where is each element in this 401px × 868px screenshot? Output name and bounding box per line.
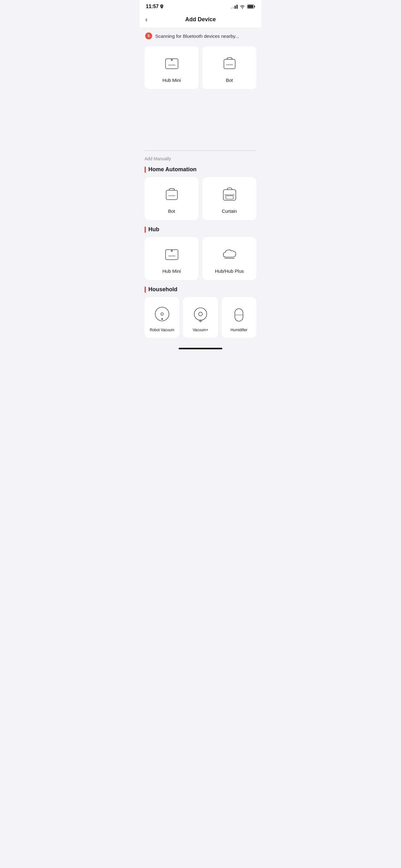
hub-plus-icon xyxy=(220,245,239,265)
svg-point-18 xyxy=(161,313,163,315)
manual-hub-mini-label: Hub Mini xyxy=(162,269,181,274)
svg-rect-3 xyxy=(166,59,178,69)
hub-mini-icon: SwitchBot xyxy=(162,54,182,74)
time-display: 11:57 xyxy=(146,4,159,9)
svg-rect-13 xyxy=(166,250,178,260)
location-icon xyxy=(160,4,164,9)
nearby-bot-label: Bot xyxy=(226,78,233,83)
svg-text:SwitchBot: SwitchBot xyxy=(168,195,175,196)
manual-bot-icon: SwitchBot xyxy=(162,185,182,205)
svg-point-21 xyxy=(199,312,202,316)
household-grid: Robot Vacuum Vacuum+ Humidif xyxy=(144,297,257,338)
category-bar-hub xyxy=(144,226,146,233)
curtain-card[interactable]: Curtain xyxy=(202,177,257,220)
svg-text:SwitchBot: SwitchBot xyxy=(168,64,175,66)
curtain-icon xyxy=(220,185,239,205)
hub-title: Hub xyxy=(148,226,159,233)
bot-icon-nearby: SwitchBot xyxy=(220,54,239,74)
home-indicator xyxy=(140,343,261,352)
scanning-status-icon: S xyxy=(145,32,152,39)
svg-point-14 xyxy=(171,250,172,251)
battery-icon xyxy=(247,4,255,9)
household-category-header: Household xyxy=(144,286,257,293)
signal-icon xyxy=(231,5,238,9)
nearby-hub-mini-label: Hub Mini xyxy=(162,78,181,83)
household-title: Household xyxy=(148,286,177,293)
status-left: 11:57 xyxy=(146,4,164,9)
nearby-devices-section: SwitchBot Hub Mini SwitchBot Bot xyxy=(140,44,261,94)
robot-vacuum-label: Robot Vacuum xyxy=(149,328,174,332)
svg-rect-2 xyxy=(248,5,253,8)
svg-text:SwitchBot: SwitchBot xyxy=(168,255,175,257)
manual-hub-mini-icon: SwitchBot xyxy=(162,245,182,265)
svg-rect-1 xyxy=(254,6,255,7)
humidifier-icon xyxy=(229,304,249,324)
page-title: Add Device xyxy=(185,16,216,23)
hub-grid: SwitchBot Hub Mini Hub/Hub Plus xyxy=(144,237,257,280)
nearby-hub-mini-card[interactable]: SwitchBot Hub Mini xyxy=(144,46,199,89)
scanning-text: Scanning for Bluetooth devices nearby... xyxy=(155,33,239,39)
home-automation-title: Home Automation xyxy=(148,166,196,173)
back-button[interactable]: ‹ xyxy=(145,16,147,24)
manual-bot-card[interactable]: SwitchBot Bot xyxy=(144,177,199,220)
svg-text:SwitchBot: SwitchBot xyxy=(226,64,233,66)
home-bar xyxy=(179,348,222,349)
status-right xyxy=(231,4,255,9)
category-bar-household xyxy=(144,286,146,293)
manual-bot-label: Bot xyxy=(168,208,175,214)
category-bar-home-automation xyxy=(144,166,146,173)
hub-category-header: Hub xyxy=(144,226,257,233)
robot-vacuum-icon xyxy=(152,304,172,324)
vacuum-plus-card[interactable]: Vacuum+ xyxy=(183,297,218,338)
robot-vacuum-card[interactable]: Robot Vacuum xyxy=(144,297,179,338)
svg-point-20 xyxy=(194,308,207,320)
add-manually-label: Add Manually xyxy=(144,156,257,161)
status-bar: 11:57 xyxy=(140,0,261,12)
empty-spacer xyxy=(140,94,261,150)
home-automation-grid: SwitchBot Bot Curtain xyxy=(144,177,257,220)
add-manually-section: Add Manually Home Automation SwitchBot B… xyxy=(140,151,261,338)
scanning-banner: S Scanning for Bluetooth devices nearby.… xyxy=(140,28,261,44)
home-automation-category-header: Home Automation xyxy=(144,166,257,173)
vacuum-plus-icon xyxy=(191,304,210,324)
page-header: ‹ Add Device xyxy=(140,12,261,28)
vacuum-plus-label: Vacuum+ xyxy=(193,328,208,332)
curtain-label: Curtain xyxy=(222,208,237,214)
humidifier-label: Humidifier xyxy=(231,328,247,332)
svg-point-4 xyxy=(171,59,172,61)
svg-rect-12 xyxy=(226,196,233,199)
hub-plus-label: Hub/Hub Plus xyxy=(215,269,244,274)
nearby-bot-card[interactable]: SwitchBot Bot xyxy=(202,46,257,89)
humidifier-card[interactable]: Humidifier xyxy=(222,297,257,338)
nearby-device-grid: SwitchBot Hub Mini SwitchBot Bot xyxy=(144,46,257,89)
svg-point-19 xyxy=(162,318,163,320)
hub-plus-card[interactable]: Hub/Hub Plus xyxy=(202,237,257,280)
manual-hub-mini-card[interactable]: SwitchBot Hub Mini xyxy=(144,237,199,280)
wifi-icon xyxy=(239,4,245,9)
